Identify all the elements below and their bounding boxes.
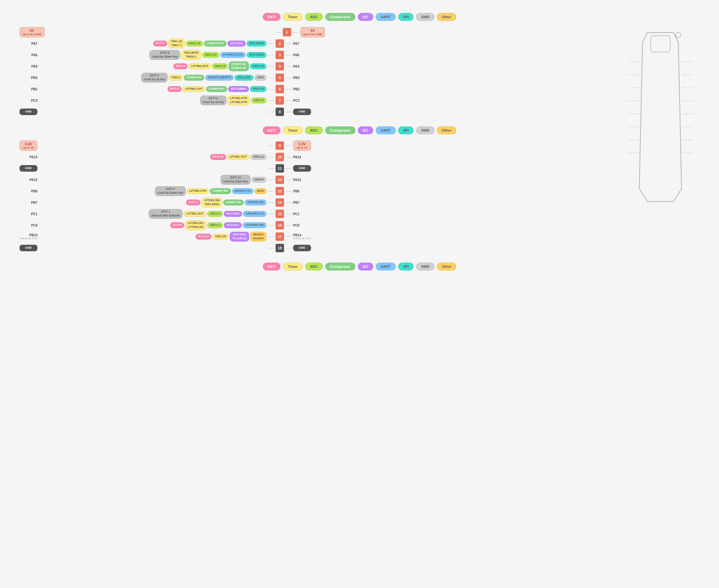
badge-lptim1-out[interactable]: LPTIM1.OUT xyxy=(227,154,250,160)
legend-item-adc[interactable]: ADC xyxy=(305,126,323,134)
badge-tim1-bkin-tim16-1[interactable]: TIM1.BKIN TIM16.1 xyxy=(181,50,201,60)
legend-item-exti[interactable]: EXTI xyxy=(263,262,280,270)
badge-exti-4[interactable]: EXTI 4 xyxy=(174,63,188,69)
badge-i2c3-scl[interactable]: I2C3.SCL xyxy=(224,222,242,228)
badge-lptim1-out[interactable]: LPTIM1.OUT xyxy=(183,211,206,217)
badge-adc1-2[interactable]: ADC1.2 xyxy=(207,211,223,217)
legend-item-swd[interactable]: SWD xyxy=(416,262,434,270)
line-left-16 xyxy=(268,225,274,226)
pin-label-10: PA14 xyxy=(20,155,37,159)
legend-item-other[interactable]: Other xyxy=(437,126,456,134)
badge-swo[interactable]: SWO xyxy=(255,75,267,81)
badge-lptim1-in1-lptim2-in1[interactable]: LPTIM1.IN1 LPTIM2.IN1 xyxy=(185,220,206,230)
badge-swdio[interactable]: SWDIO xyxy=(252,177,267,183)
badge-lpuart1-tx[interactable]: LPUART1.TX xyxy=(243,211,266,217)
badge-lptim1-etr-lptim2-etr[interactable]: LPTIM1.ETR LPTIM2.ETR xyxy=(227,96,250,105)
badge-exti-6-used-by-down-key[interactable]: EXTI 6 Used by down key xyxy=(155,186,186,196)
badge-tim1-2n[interactable]: TIM1.2N xyxy=(213,234,229,239)
badge-exti-3-used-by-ok-key[interactable]: EXTI 3 Used by ok key xyxy=(200,96,227,105)
badges-10: EXTI 14LPTIM1.OUTSWCLK xyxy=(39,154,266,160)
badge-adc1-4[interactable]: ADC1.4 xyxy=(251,98,266,103)
badge-spi1-sck[interactable]: SPI1.SCK xyxy=(235,75,253,81)
legend-item-spi[interactable]: SPI xyxy=(398,13,414,21)
legend-item-uart[interactable]: UART xyxy=(376,126,396,134)
badge-spi1-cs[interactable]: SPI1.CS xyxy=(250,86,266,92)
legend-item-i2c[interactable]: I2C xyxy=(358,262,373,270)
pin-number-6: 6 xyxy=(276,85,284,93)
badge-exti-2[interactable]: EXTI 2 xyxy=(167,86,182,92)
pin-label-right-5: PB3 xyxy=(293,76,311,80)
line-left-13 xyxy=(268,191,274,191)
legend-item-comparator[interactable]: Comparator xyxy=(325,13,355,21)
legend-item-exti[interactable]: EXTI xyxy=(263,13,280,21)
badge-exti-6-used-by-down-key[interactable]: EXTI 6 Used by down key xyxy=(149,50,180,60)
legend-item-i2c[interactable]: I2C xyxy=(358,126,373,134)
badge-adc1-11[interactable]: ADC1.11 xyxy=(202,52,219,58)
legend-item-other[interactable]: Other xyxy=(437,262,456,270)
legend-item-timer[interactable]: Timer xyxy=(283,126,303,134)
badge-i2c3-smba[interactable]: I2C3.SMBA xyxy=(228,86,249,92)
badge-tim2-2[interactable]: TIM2.2 xyxy=(168,75,183,81)
badge-exti-13-used-by-back-key[interactable]: EXTI 13 Used by back key xyxy=(221,175,251,184)
badge-exti-0[interactable]: EXTI 0 xyxy=(170,222,184,228)
legend-item-swd[interactable]: SWD xyxy=(416,126,434,134)
legend-item-other[interactable]: Other xyxy=(437,13,456,21)
badge-comp2-in+[interactable]: COMP2 IN+ xyxy=(210,188,231,194)
badge-lptim1-etr[interactable]: LPTIM1.ETR xyxy=(187,188,209,194)
gnd-label-8: GND xyxy=(20,109,37,115)
badge-swclk[interactable]: SWCLK xyxy=(251,154,266,160)
badge-comp2-out[interactable]: COMP2 OUT xyxy=(204,41,227,46)
badge-lptim1-in2-tim1-bkin[interactable]: LPTIM1.IN2 TIM1.BKIN xyxy=(201,197,222,207)
badge-comp1-in--comp2-in-[interactable]: COMP1 IN- COMP2 IN- xyxy=(229,61,249,71)
badge-i2c3-scl[interactable]: I2C3.SCL xyxy=(227,41,246,46)
badge-comp2-in-[interactable]: COMP2 IN- xyxy=(184,75,204,81)
legend-item-uart[interactable]: UART xyxy=(376,13,396,21)
power-label-right-9: 3.3VUp to 1A xyxy=(293,141,311,151)
badge-lptim1-out[interactable]: LPTIM1.OUT xyxy=(182,86,205,92)
legend-item-comparator[interactable]: Comparator xyxy=(325,262,355,270)
badge-exti-3-used-by-ok-key[interactable]: EXTI 3 Used by ok key xyxy=(141,73,168,82)
legend-item-comparator[interactable]: Comparator xyxy=(325,126,355,134)
badge-comp1-in+[interactable]: COMP1 IN+ xyxy=(206,86,227,92)
badge-lpuart1-rx[interactable]: LPUART1.RX xyxy=(243,222,266,228)
badge-exti-7[interactable]: EXTI 7 xyxy=(153,41,167,46)
badge-spi1-cs[interactable]: SPI1.CS xyxy=(250,63,266,69)
badge-exti-14[interactable]: EXTI 14 xyxy=(210,154,226,160)
badges-2: EXTI 7TIM1.1N TIM17.1ADC1.12COMP2 OUTI2C… xyxy=(39,39,266,48)
legend-item-adc[interactable]: ADC xyxy=(305,262,323,270)
badge-adc1-12[interactable]: ADC1.12 xyxy=(186,41,203,46)
badge-adc1-9[interactable]: ADC1.9 xyxy=(212,63,228,69)
legend-item-timer[interactable]: Timer xyxy=(283,262,303,270)
badge-lpuart1-cts[interactable]: LPUART1.CTS xyxy=(220,52,246,58)
line-right-4 xyxy=(285,66,292,67)
badge-usart1-rx[interactable]: USART1.RX xyxy=(245,200,266,205)
badge-mco[interactable]: MCO xyxy=(255,188,266,194)
badge-i2c3-sda-5v-pull-up[interactable]: I2C3.SDA 5V pull-up xyxy=(230,232,249,241)
pin-row-1: 5VUp to 3A, FUSE15VUp to 3A, FUSE xyxy=(20,27,699,37)
line-right-13 xyxy=(285,191,292,191)
pin-number-14: 14 xyxy=(276,198,284,207)
legend-item-adc[interactable]: ADC xyxy=(305,13,323,21)
badge-usart1-de-rts[interactable]: USART1.DE/RTS xyxy=(205,75,234,81)
badge-usart1-tx[interactable]: USART1.TX xyxy=(232,188,254,194)
badge-lptim2-out[interactable]: LPTIM2.OUT xyxy=(188,63,211,69)
legend-item-exti[interactable]: EXTI xyxy=(263,126,280,134)
badge-ibutton-onewire[interactable]: iButton onewire xyxy=(250,232,266,241)
legend-item-timer[interactable]: Timer xyxy=(283,13,303,21)
gnd-label-18: GND xyxy=(20,245,37,251)
badge-tim1-1n-tim17-1[interactable]: TIM1.1N TIM17.1 xyxy=(168,39,185,48)
badge-comp2-in-[interactable]: COMP2 IN- xyxy=(223,200,244,205)
badge-spi1-mosi[interactable]: SPI1.MOSI xyxy=(246,41,266,46)
connector2-section: 3.3VUp to 1A93.3VUp to 1APA14EXTI 14LPTI… xyxy=(20,138,699,256)
legend-item-spi[interactable]: SPI xyxy=(398,126,414,134)
legend-item-i2c[interactable]: I2C xyxy=(358,13,373,21)
legend-item-swd[interactable]: SWD xyxy=(416,13,434,21)
badge-exti-14[interactable]: EXTI 14 xyxy=(196,234,212,239)
badge-exti-1-shared-with-subghz[interactable]: EXTI 1 Shared with SubGHz xyxy=(149,209,183,218)
badge-adc1-1[interactable]: ADC1.1 xyxy=(207,222,223,228)
badge-spi1-miso[interactable]: SPI1.MISO xyxy=(246,52,266,58)
legend-item-uart[interactable]: UART xyxy=(376,262,396,270)
legend-item-spi[interactable]: SPI xyxy=(398,262,414,270)
badge-exti-7[interactable]: EXTI 7 xyxy=(186,200,200,205)
badge-i2c3-sda[interactable]: I2C3.SDA xyxy=(224,211,242,217)
